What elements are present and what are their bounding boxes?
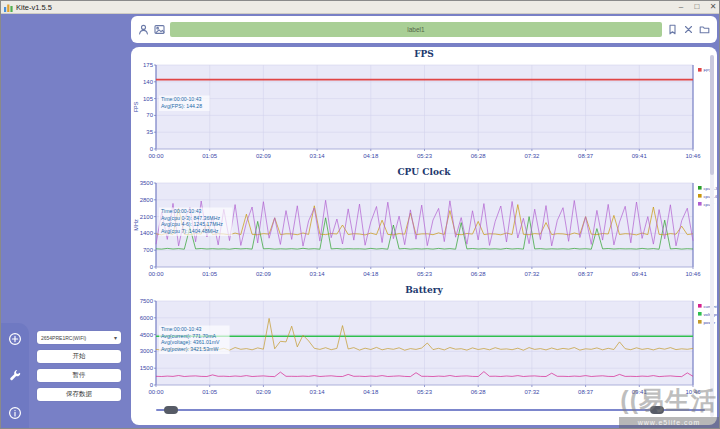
svg-text:04:18: 04:18 [363,389,379,395]
info-icon[interactable] [8,406,22,420]
svg-text:04:18: 04:18 [363,153,379,159]
svg-text:105: 105 [143,96,154,102]
svg-text:09:41: 09:41 [632,271,648,277]
svg-text:00:00: 00:00 [148,271,164,277]
svg-text:4500: 4500 [140,332,154,338]
svg-text:04:18: 04:18 [363,271,379,277]
svg-text:Time:00:00-10:43: Time:00:00-10:43 [161,326,202,332]
svg-text:1500: 1500 [140,365,154,371]
charts-panel: FPS 00:0001:0502:0903:1404:1805:2306:280… [131,47,717,425]
label-bar-text: label1 [407,26,424,33]
svg-text:00:00: 00:00 [148,153,164,159]
user-icon[interactable] [138,24,149,35]
bookmark-icon[interactable] [667,24,678,35]
svg-text:3500: 3500 [140,180,154,186]
folder-icon[interactable] [699,24,710,35]
pause-button[interactable]: 暂停 [37,369,121,382]
start-button-label: 开始 [73,352,86,361]
top-toolbar: label1 [131,16,717,43]
svg-text:07:32: 07:32 [524,153,540,159]
svg-text:07:32: 07:32 [524,389,540,395]
svg-text:03:14: 03:14 [310,389,326,395]
svg-text:Avg(current): 771.70mA: Avg(current): 771.70mA [161,333,217,339]
svg-text:00:00: 00:00 [148,389,164,395]
fps-plot: 00:0001:0502:0903:1404:1805:2306:2807:32… [131,61,717,165]
fps-chart-title: FPS [131,47,717,61]
control-panel: 2654PRE1RC(WIFI) ▾ 开始 暂停 保存数据 [37,331,121,407]
svg-text:2800: 2800 [140,197,154,203]
slider-track[interactable] [156,409,705,411]
device-select[interactable]: 2654PRE1RC(WIFI) ▾ [37,331,121,344]
svg-text:02:09: 02:09 [256,153,272,159]
svg-text:05:23: 05:23 [417,271,433,277]
svg-text:Time:00:00-10:43: Time:00:00-10:43 [161,96,202,102]
svg-text:Time:00:00-10:43: Time:00:00-10:43 [161,208,202,214]
add-circle-icon[interactable] [8,332,22,346]
svg-text:Avg(cpu 4-6): 1245.17MHz: Avg(cpu 4-6): 1245.17MHz [161,221,223,227]
svg-text:2100: 2100 [140,214,154,220]
left-rail [1,323,29,429]
svg-text:175: 175 [143,62,154,68]
svg-text:08:37: 08:37 [578,271,594,277]
battery-plot: 00:0001:0502:0903:1404:1805:2306:2807:32… [131,297,717,401]
svg-text:FPS: FPS [133,101,139,112]
svg-text:01:05: 01:05 [202,153,218,159]
svg-text:08:37: 08:37 [578,389,594,395]
vertical-scrollbar[interactable] [710,55,714,417]
svg-text:0: 0 [150,382,154,388]
minimize-button[interactable]: – [673,1,689,13]
maximize-button[interactable]: □ [689,1,705,13]
cpu-clock-chart-title: CPU Clock [131,165,717,179]
svg-text:Avg(voltage): 4361.01mV: Avg(voltage): 4361.01mV [161,339,220,345]
svg-text:70: 70 [146,112,153,118]
battery-chart: Battery 00:0001:0502:0903:1404:1805:2306… [131,283,717,401]
svg-text:Avg(cpu 0-3): 847.36MHz: Avg(cpu 0-3): 847.36MHz [161,215,220,221]
pause-button-label: 暂停 [73,371,86,380]
svg-text:01:05: 01:05 [202,389,218,395]
svg-text:Avg(cpu 7): 1404.48MHz: Avg(cpu 7): 1404.48MHz [161,228,219,234]
chevron-down-icon: ▾ [114,334,117,341]
svg-text:1400: 1400 [140,230,154,236]
svg-text:06:28: 06:28 [471,271,487,277]
close-icon[interactable] [683,24,694,35]
svg-text:03:14: 03:14 [310,153,326,159]
app-window: Kite-v1.5.5 – □ ✕ 2654PRE1RC(WIFI) ▾ 开始 … [0,0,720,429]
scrollbar-thumb[interactable] [710,55,714,175]
svg-text:03:14: 03:14 [310,271,326,277]
svg-text:08:37: 08:37 [578,153,594,159]
svg-text:02:09: 02:09 [256,389,272,395]
close-button[interactable]: ✕ [705,1,720,13]
cpu-clock-plot: 00:0001:0502:0903:1404:1805:2306:2807:32… [131,179,717,283]
svg-text:09:41: 09:41 [632,153,648,159]
svg-text:35: 35 [146,129,153,135]
slider-handle-right[interactable] [650,406,664,414]
save-data-button[interactable]: 保存数据 [37,388,121,401]
svg-text:Avg(FPS): 144.28: Avg(FPS): 144.28 [161,103,202,109]
svg-text:7500: 7500 [140,298,154,304]
svg-text:07:32: 07:32 [524,271,540,277]
start-button[interactable]: 开始 [37,350,121,363]
svg-text:0: 0 [150,146,154,152]
svg-text:3000: 3000 [140,348,154,354]
svg-text:01:05: 01:05 [202,271,218,277]
label-bar: label1 [170,22,662,37]
svg-text:700: 700 [143,247,154,253]
svg-text:05:23: 05:23 [417,153,433,159]
app-logo-icon [4,3,13,12]
svg-text:10:46: 10:46 [685,271,701,277]
svg-text:09:41: 09:41 [632,389,648,395]
slider-handle-left[interactable] [164,406,178,414]
svg-text:140: 140 [143,79,154,85]
wrench-icon[interactable] [8,369,22,383]
svg-text:06:28: 06:28 [471,153,487,159]
window-titlebar: Kite-v1.5.5 – □ ✕ [1,1,720,14]
svg-text:05:23: 05:23 [417,389,433,395]
device-select-value: 2654PRE1RC(WIFI) [41,335,86,341]
svg-text:10:46: 10:46 [685,389,701,395]
svg-text:10:46: 10:46 [685,153,701,159]
image-icon[interactable] [154,24,165,35]
svg-text:Avg(power): 3421.53mW: Avg(power): 3421.53mW [161,346,218,352]
time-range-slider [131,401,717,419]
cpu-clock-chart: CPU Clock 00:0001:0502:0903:1404:1805:23… [131,165,717,283]
fps-chart: FPS 00:0001:0502:0903:1404:1805:2306:280… [131,47,717,165]
